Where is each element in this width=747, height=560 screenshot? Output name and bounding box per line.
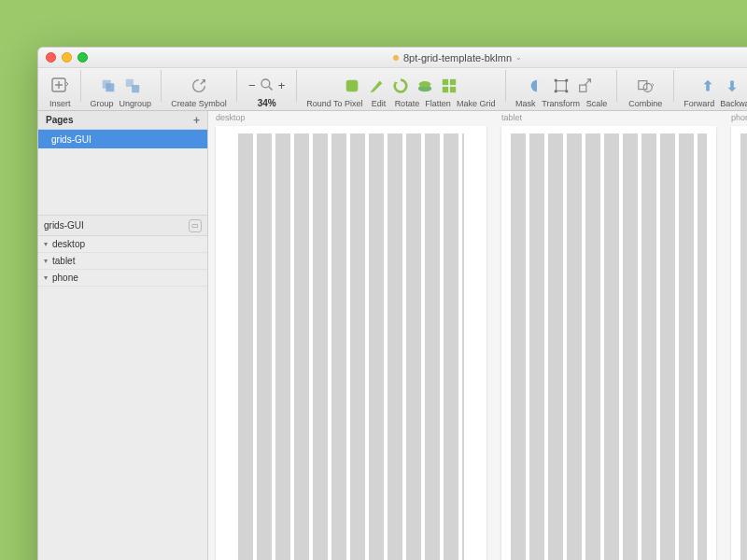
layout-grid <box>740 133 747 560</box>
svg-point-11 <box>419 81 431 87</box>
zoom-in-button[interactable]: + <box>278 78 286 92</box>
layout-grid <box>511 133 707 560</box>
zoom-out-button[interactable]: − <box>248 78 256 92</box>
layout-grid <box>238 133 464 560</box>
layer-item[interactable]: ▾desktop <box>38 236 207 253</box>
svg-rect-13 <box>450 79 456 85</box>
disclosure-triangle-icon[interactable]: ▾ <box>44 240 48 248</box>
scale-button[interactable] <box>576 77 595 95</box>
zoom-percent[interactable]: 34% <box>258 98 276 108</box>
layer-label: tablet <box>52 256 75 266</box>
close-button[interactable] <box>46 52 56 63</box>
window-title: 8pt-grid-template-bklmn <box>403 52 512 63</box>
artboard-tablet[interactable] <box>501 126 716 560</box>
sidebar: Pages + grids-GUI grids-GUI ▭ ▾desktop ▾… <box>38 111 208 560</box>
disclosure-triangle-icon[interactable]: ▾ <box>44 257 48 265</box>
round-to-pixel-button[interactable] <box>343 77 361 95</box>
svg-rect-9 <box>346 80 359 92</box>
pages-list: grids-GUI <box>38 130 207 216</box>
layers-list: ▾desktop ▾tablet ▾phone <box>38 236 207 287</box>
rotate-label: Rotate <box>395 99 420 108</box>
group-button[interactable] <box>99 77 118 95</box>
flatten-button[interactable] <box>416 77 434 95</box>
toolbar-separator <box>80 70 81 102</box>
toolbar-separator <box>236 70 237 102</box>
artboard-label[interactable]: desktop <box>216 113 246 122</box>
forward-button[interactable] <box>698 77 717 95</box>
page-item-label: grids-GUI <box>51 134 92 145</box>
pages-header: Pages + <box>38 111 207 130</box>
svg-line-8 <box>269 87 273 91</box>
page-item[interactable]: grids-GUI <box>38 130 207 148</box>
backward-button[interactable] <box>723 77 741 95</box>
transform-label: Transform <box>542 99 581 108</box>
toolbar-group-symbol: Create Symbol <box>165 73 233 108</box>
layers-header: grids-GUI ▭ <box>38 216 207 236</box>
make-grid-button[interactable] <box>440 77 458 95</box>
combine-button[interactable] <box>636 77 655 95</box>
toolbar-separator <box>616 70 617 102</box>
svg-rect-17 <box>537 80 543 92</box>
artboard-phone[interactable] <box>731 126 747 560</box>
round-label: Round To Pixel <box>306 99 362 108</box>
zoom-button[interactable] <box>78 52 88 63</box>
svg-rect-15 <box>450 87 456 92</box>
toolbar-group-vector: Round To Pixel Edit Rotate Flatten Make … <box>301 73 500 108</box>
layer-label: desktop <box>52 239 85 249</box>
titlebar[interactable]: 8pt-grid-template-bklmn ⌄ <box>38 48 747 68</box>
mask-label: Mask <box>515 99 536 108</box>
disclosure-triangle-icon[interactable]: ▾ <box>44 273 48 282</box>
minimize-button[interactable] <box>62 52 72 63</box>
rotate-button[interactable] <box>391 77 410 95</box>
ungroup-button[interactable] <box>123 77 142 95</box>
insert-button[interactable] <box>50 77 69 95</box>
insert-label: Insert <box>49 99 71 108</box>
transform-button[interactable] <box>552 77 571 95</box>
svg-rect-21 <box>555 91 557 93</box>
forward-label: Forward <box>684 99 714 108</box>
artboard-selector-icon[interactable]: ▭ <box>189 219 202 232</box>
svg-rect-19 <box>555 79 557 82</box>
backward-label: Backward <box>720 99 747 108</box>
toolbar-separator <box>161 70 162 102</box>
toolbar: Insert Group Ungroup <box>38 68 747 111</box>
mask-button[interactable] <box>528 77 546 95</box>
artboard-label[interactable]: phone <box>731 113 747 122</box>
toolbar-zoom: − + 34% <box>241 72 292 108</box>
edit-label: Edit <box>369 99 389 108</box>
zoom-magnifier-icon[interactable] <box>260 77 275 92</box>
toolbar-group-arrange: Forward Backward <box>678 73 747 108</box>
create-symbol-button[interactable] <box>190 77 208 95</box>
toolbar-separator <box>673 70 674 102</box>
svg-rect-22 <box>565 91 568 93</box>
add-page-button[interactable]: + <box>193 114 200 127</box>
svg-point-25 <box>643 83 652 91</box>
toolbar-separator <box>505 70 506 102</box>
make-grid-label: Make Grid <box>457 99 496 108</box>
toolbar-group-combine: Combine <box>621 73 669 108</box>
combine-label: Combine <box>627 99 664 108</box>
edit-button[interactable] <box>367 77 386 95</box>
window-controls <box>46 52 88 63</box>
layers-header-label: grids-GUI <box>44 220 84 231</box>
toolbar-group-insert: Insert <box>44 73 77 108</box>
layer-label: phone <box>52 273 78 283</box>
layer-item[interactable]: ▾phone <box>38 270 207 287</box>
svg-rect-23 <box>580 85 586 91</box>
app-window: 8pt-grid-template-bklmn ⌄ Insert <box>37 47 747 560</box>
layer-item[interactable]: ▾tablet <box>38 253 207 270</box>
ungroup-label: Ungroup <box>120 99 152 108</box>
svg-rect-24 <box>639 81 647 90</box>
artboard-desktop[interactable] <box>216 126 486 560</box>
title-menu-chevron-icon[interactable]: ⌄ <box>515 53 522 62</box>
scale-label: Scale <box>586 99 608 108</box>
pages-header-label: Pages <box>46 115 73 125</box>
svg-point-7 <box>261 79 270 88</box>
svg-rect-18 <box>557 81 567 91</box>
svg-rect-12 <box>443 79 448 85</box>
canvas[interactable]: desktop tablet phone <box>208 111 747 560</box>
svg-rect-14 <box>443 87 448 92</box>
svg-rect-4 <box>106 83 115 91</box>
artboard-label[interactable]: tablet <box>501 113 522 122</box>
create-symbol-label: Create Symbol <box>171 99 227 108</box>
